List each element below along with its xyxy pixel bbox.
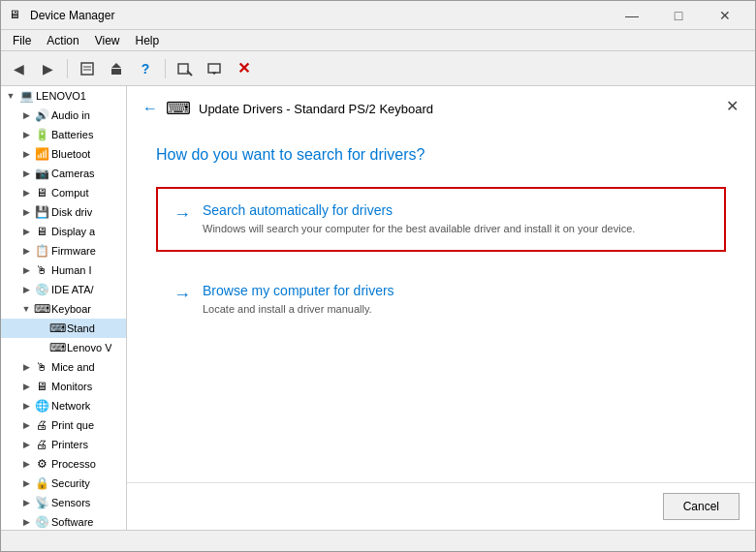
tree-item-mice[interactable]: ▶ 🖱 Mice and [1,357,126,377]
tree-item-batteries[interactable]: ▶ 🔋 Batteries [1,125,126,144]
tree-item-network[interactable]: ▶ 🌐 Network [1,396,126,415]
tree-item-keyboards[interactable]: ▼ ⌨ Keyboar [1,299,126,319]
cancel-button[interactable]: Cancel [663,493,740,520]
tree-label-lenovo1: LENOVO1 [36,90,86,102]
menu-file[interactable]: File [5,32,39,49]
toolbar-update-driver[interactable] [103,55,130,82]
dialog-footer: Cancel [127,482,755,530]
node-icon-batteries: 🔋 [34,127,49,142]
tree-label-batteries: Batteries [51,129,93,140]
dialog-body: How do you want to search for drivers? →… [127,127,755,482]
expand-icon-mice: ▶ [18,359,34,375]
tree-item-bluetooth[interactable]: ▶ 📶 Bluetoot [1,144,126,164]
node-icon-computer: 🖥 [34,185,49,200]
tree-item-firmware[interactable]: ▶ 📋 Firmware [1,241,126,261]
device-icon [206,61,222,77]
option-browse-desc: Locate and install a driver manually. [203,302,394,317]
tree-label-firmware: Firmware [51,245,96,257]
toolbar-help[interactable]: ? [132,55,159,82]
dialog-back-button[interactable]: ← [142,100,158,117]
tree-item-display[interactable]: ▶ 🖥 Display a [1,222,126,241]
node-icon-ide: 💿 [34,282,49,297]
title-bar-left: 🖥 Device Manager [9,8,114,23]
tree-label-audio: Audio in [51,109,90,121]
menu-help[interactable]: Help [128,32,168,49]
expand-icon-lenovo-v [34,340,49,355]
tree-item-computer[interactable]: ▶ 🖥 Comput [1,183,126,202]
expand-icon-firmware: ▶ [18,243,34,259]
dialog-panel: ✕ ← ⌨ Update Drivers - Standard PS/2 Key… [127,86,755,530]
toolbar-forward[interactable]: ▶ [34,55,61,82]
node-icon-sensors: 📡 [34,495,49,510]
tree-item-printers[interactable]: ▶ 🖨 Printers [1,435,126,454]
expand-icon-cameras: ▶ [18,166,34,181]
toolbar-device[interactable] [201,55,228,82]
svg-rect-7 [208,64,220,73]
properties-icon [79,61,95,77]
toolbar-remove[interactable]: ✕ [230,55,257,82]
tree-item-cameras[interactable]: ▶ 📷 Cameras [1,164,126,183]
node-icon-lenovo1: 💻 [18,88,34,104]
node-icon-audio: 🔊 [34,107,49,123]
device-manager-window: 🖥 Device Manager — □ ✕ File Action View … [0,0,756,552]
maximize-button[interactable]: □ [656,2,701,29]
scan-icon [177,61,193,77]
tree-item-ide[interactable]: ▶ 💿 IDE ATA/ [1,280,126,299]
tree-item-audio[interactable]: ▶ 🔊 Audio in [1,106,126,125]
option-auto-title: Search automatically for drivers [203,202,635,218]
expand-icon-bluetooth: ▶ [18,146,34,162]
tree-label-printers: Printers [51,439,88,450]
option-browse[interactable]: → Browse my computer for drivers Locate … [156,267,726,332]
tree-item-lenovo-v[interactable]: ⌨ Lenovo V [1,338,126,357]
tree-item-processor[interactable]: ▶ ⚙ Processo [1,454,126,474]
window-icon: 🖥 [9,8,24,23]
option-browse-content: Browse my computer for drivers Locate an… [203,283,394,317]
tree-label-keyboards: Keyboar [51,303,91,315]
tree-item-disk[interactable]: ▶ 💾 Disk driv [1,202,126,222]
tree-label-display: Display a [51,226,95,237]
toolbar-back[interactable]: ◀ [5,55,32,82]
dialog-header: ← ⌨ Update Drivers - Standard PS/2 Keybo… [127,86,755,127]
tree-label-monitors: Monitors [51,381,92,392]
tree-item-standard[interactable]: ⌨ Stand [1,319,126,338]
tree-item-monitors[interactable]: ▶ 🖥 Monitors [1,377,126,396]
tree-item-lenovo1[interactable]: ▼ 💻 LENOVO1 [1,86,126,106]
option-auto-desc: Windows will search your computer for th… [203,222,635,236]
menu-view[interactable]: View [87,32,128,49]
node-icon-mice: 🖱 [34,359,49,375]
title-bar: 🖥 Device Manager — □ ✕ [1,1,755,30]
expand-icon-computer: ▶ [18,185,34,200]
option-auto-content: Search automatically for drivers Windows… [203,202,635,236]
option-auto-search[interactable]: → Search automatically for drivers Windo… [156,187,726,252]
node-icon-bluetooth: 📶 [34,146,49,162]
tree-item-printque[interactable]: ▶ 🖨 Print que [1,415,126,435]
expand-icon-ide: ▶ [18,282,34,297]
option-auto-arrow: → [173,204,191,225]
dialog-close-button[interactable]: ✕ [720,94,743,117]
node-icon-printque: 🖨 [34,417,49,433]
tree-label-standard: Stand [67,322,95,334]
menu-action[interactable]: Action [39,32,86,49]
node-icon-display: 🖥 [34,224,49,239]
tree-label-lenovo-v: Lenovo V [67,342,111,353]
svg-rect-3 [111,69,121,75]
close-button[interactable]: ✕ [703,2,747,29]
tree-item-security[interactable]: ▶ 🔒 Security [1,474,126,493]
tree-label-network: Network [51,400,90,412]
svg-rect-0 [81,63,93,75]
tree-item-human[interactable]: ▶ 🖱 Human I [1,261,126,280]
expand-icon-lenovo1: ▼ [3,88,18,104]
node-icon-printers: 🖨 [34,437,49,452]
node-icon-security: 🔒 [34,475,49,491]
minimize-button[interactable]: — [610,2,654,29]
node-icon-human: 🖱 [34,262,49,278]
tree-item-sensors[interactable]: ▶ 📡 Sensors [1,493,126,512]
toolbar-scan[interactable] [172,55,199,82]
tree-item-software[interactable]: ▶ 💿 Software [1,512,126,530]
tree-label-mice: Mice and [51,361,95,373]
tree-label-sensors: Sensors [51,497,90,508]
expand-icon-monitors: ▶ [18,379,34,394]
toolbar-properties[interactable] [74,55,101,82]
node-icon-processor: ⚙ [34,456,49,472]
toolbar-sep-2 [165,59,166,78]
